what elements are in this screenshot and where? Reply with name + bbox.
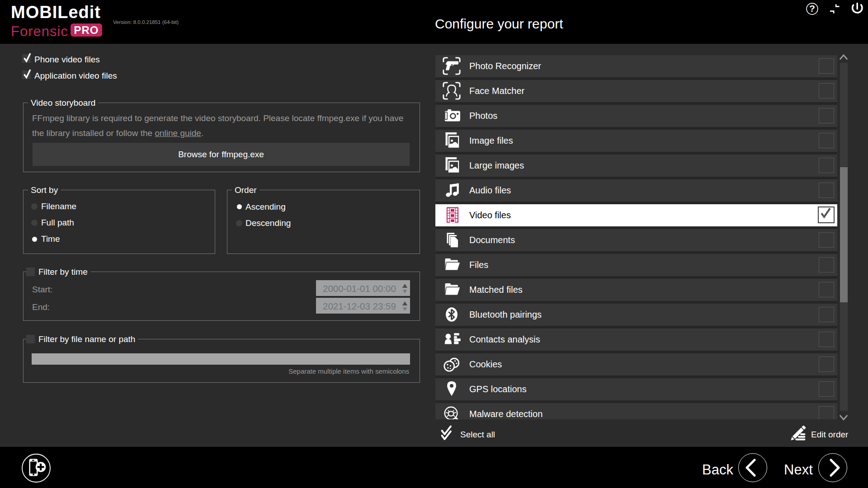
svg-text:?: ? xyxy=(809,3,815,14)
